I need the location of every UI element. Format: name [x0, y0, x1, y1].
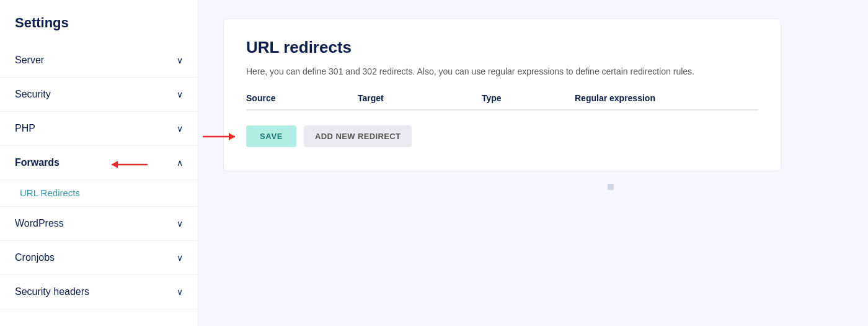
- sidebar-item-security-headers[interactable]: Security headers ∨: [0, 275, 198, 309]
- chevron-up-icon: ∧: [177, 158, 183, 168]
- red-arrow-save-icon: [203, 127, 243, 146]
- sidebar-item-label: Cronjobs: [15, 252, 55, 263]
- chevron-down-icon: ∨: [177, 219, 183, 229]
- save-button[interactable]: SAVE: [246, 125, 296, 147]
- content-card: URL redirects Here, you can define 301 a…: [223, 19, 781, 171]
- sidebar-item-security[interactable]: Security ∨: [0, 78, 198, 112]
- sidebar-item-php[interactable]: PHP ∨: [0, 112, 198, 146]
- col-source: Source: [246, 93, 358, 103]
- col-type: Type: [482, 93, 575, 103]
- sidebar-item-label: Security: [15, 89, 51, 100]
- col-target: Target: [358, 93, 482, 103]
- svg-marker-3: [229, 133, 235, 140]
- col-regex: Regular expression: [575, 93, 758, 103]
- sidebar-item-label: PHP: [15, 123, 35, 134]
- chevron-down-icon: ∨: [177, 287, 183, 297]
- main-content: URL redirects Here, you can define 301 a…: [198, 0, 868, 326]
- sidebar-item-label: Security headers: [15, 286, 89, 297]
- page-description: Here, you can define 301 and 302 redirec…: [246, 65, 717, 78]
- sidebar-subitem-url-redirects[interactable]: URL Redirects: [0, 180, 198, 207]
- scroll-indicator: [608, 184, 614, 190]
- chevron-down-icon: ∨: [177, 253, 183, 263]
- sidebar: Settings Server ∨ Security ∨ PHP ∨ Forwa…: [0, 0, 198, 326]
- sidebar-item-label: Server: [15, 55, 44, 66]
- action-row: SAVE ADD NEW REDIRECT: [246, 120, 758, 152]
- page-title: URL redirects: [246, 38, 758, 57]
- sidebar-item-label: WordPress: [15, 218, 64, 229]
- add-new-redirect-button[interactable]: ADD NEW REDIRECT: [304, 125, 412, 147]
- sidebar-title: Settings: [0, 15, 198, 43]
- sidebar-item-wordpress[interactable]: WordPress ∨: [0, 207, 198, 241]
- sidebar-item-server[interactable]: Server ∨: [0, 43, 198, 78]
- table-header: Source Target Type Regular expression: [246, 93, 758, 111]
- chevron-down-icon: ∨: [177, 89, 183, 99]
- sidebar-item-forwards[interactable]: Forwards ∧: [0, 146, 198, 180]
- chevron-down-icon: ∨: [177, 55, 183, 65]
- sidebar-item-label: Forwards: [15, 157, 60, 168]
- chevron-down-icon: ∨: [177, 124, 183, 134]
- sidebar-item-cronjobs[interactable]: Cronjobs ∨: [0, 241, 198, 275]
- url-redirects-link[interactable]: URL Redirects: [20, 188, 80, 198]
